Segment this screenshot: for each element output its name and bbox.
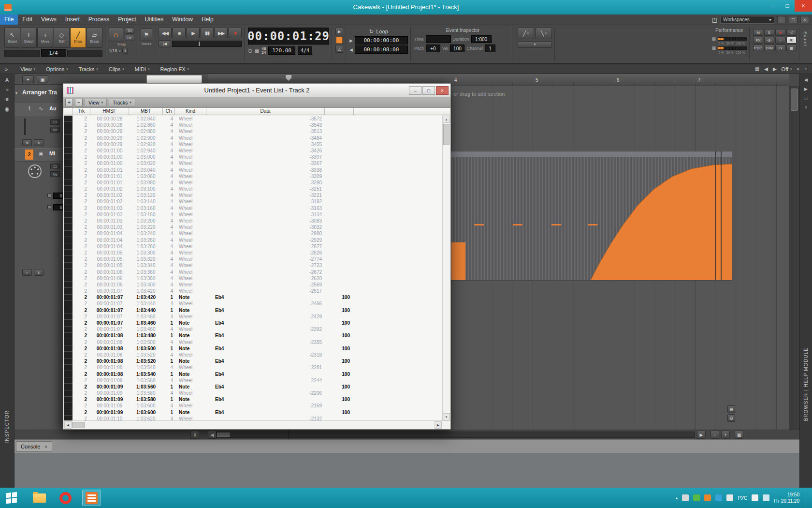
event-row[interactable]: 2 00:00:01:09 1:03:560 4 Wheel -2244 xyxy=(64,377,442,384)
column-header-kind[interactable]: Kind xyxy=(175,108,206,115)
panel-icon[interactable]: □ xyxy=(802,95,810,102)
track-1-name[interactable]: Au xyxy=(49,105,57,111)
menu-icon[interactable]: ≡ xyxy=(804,66,807,72)
close-icon[interactable]: × xyxy=(44,444,47,449)
event-row[interactable]: 2 00:00:01:02 1:03:120 4 Wheel -3221 xyxy=(64,192,442,198)
event-row[interactable]: 2 00:00:01:09 1:03:580 1 Note Eb4 100 xyxy=(64,396,442,403)
automation-value-2[interactable]: 0 xyxy=(53,204,64,210)
lens-dropdown[interactable] xyxy=(146,75,202,83)
record-button[interactable]: ● xyxy=(229,28,242,38)
event-row[interactable]: 2 00:00:01:09 1:03:600 4 Wheel -2169 xyxy=(64,403,442,409)
arranger-caret-icon[interactable]: ▾ xyxy=(15,91,17,95)
snap-toggle-button[interactable]: ∩ xyxy=(109,28,123,42)
tray-icon[interactable] xyxy=(715,494,722,501)
monitor-button[interactable]: ◁ xyxy=(786,29,797,36)
zoom-out-button[interactable]: − xyxy=(710,431,719,439)
event-row[interactable]: 2 00:00:01:00 1:03:000 4 Wheel -3397 xyxy=(64,154,442,160)
transport-position-strip[interactable] xyxy=(172,41,242,47)
marks-button[interactable]: ⚑ xyxy=(141,29,152,41)
show-desktop-button[interactable] xyxy=(804,488,807,508)
waves-icon[interactable]: ≈ xyxy=(3,86,12,93)
menu-item[interactable]: Help xyxy=(197,15,218,25)
stop-button[interactable]: ■ xyxy=(173,28,186,38)
event-row[interactable]: 2 00:00:01:08 1:03:520 4 Wheel -2318 xyxy=(64,352,442,358)
tool-button[interactable]: ◇ Edit xyxy=(54,28,70,48)
scrollbar-thumb[interactable] xyxy=(72,422,85,428)
delete-event-button[interactable]: − xyxy=(75,99,83,106)
menu-item[interactable]: Utilities xyxy=(141,15,168,25)
midi-icon[interactable]: ◉ xyxy=(3,105,12,113)
track-1-clip-badge[interactable]: Cl xyxy=(50,119,60,125)
record-arm-button[interactable]: ● xyxy=(775,29,785,36)
grid-toggle-icon[interactable]: ▦ xyxy=(755,66,759,72)
event-row[interactable]: 2 00:00:01:04 1:03:280 4 Wheel -2877 xyxy=(64,243,442,250)
scroll-up-button[interactable]: ▴ xyxy=(443,116,450,123)
zoom-menu-button[interactable]: ▦ xyxy=(735,431,743,439)
event-row[interactable]: 2 00:00:01:03 1:03:180 4 Wheel -3134 xyxy=(64,211,442,218)
event-row[interactable]: 2 00:00:00:29 1:02:880 4 Wheel -3513 xyxy=(64,128,442,134)
event-row[interactable]: 2 00:00:01:08 1:03:520 1 Note Eb4 100 xyxy=(64,358,442,364)
ei-pitch-field[interactable]: +0 xyxy=(426,45,440,52)
fx-button[interactable]: FX xyxy=(753,37,763,44)
clips-vertical-scrollbar[interactable] xyxy=(789,86,799,430)
event-row[interactable]: 2 00:00:01:08 1:03:540 1 Note Eb4 100 xyxy=(64,371,442,377)
pdc-button[interactable]: PDC xyxy=(753,45,763,51)
event-row[interactable]: 2 00:00:01:07 1:03:460 1 Note Eb4 100 xyxy=(64,320,442,326)
track-2-collapse-button[interactable]: ∧ xyxy=(34,269,44,276)
view-menu-item[interactable]: Region FX ▾ xyxy=(160,66,189,72)
collapse-left-icon[interactable]: ◀ xyxy=(802,76,810,83)
automation-checkbox[interactable] xyxy=(47,194,51,197)
window-maximize-button[interactable]: □ xyxy=(780,0,795,12)
tray-icon[interactable] xyxy=(693,494,700,501)
event-row[interactable]: 2 00:00:00:29 1:02:920 4 Wheel -3455 xyxy=(64,141,442,148)
menu-item[interactable]: Window xyxy=(168,15,197,25)
event-row[interactable]: 2 00:00:01:00 1:02:940 4 Wheel -3426 xyxy=(64,148,442,154)
go-to-start-button[interactable]: |◀ xyxy=(159,40,171,47)
fit-screen-icon[interactable]: ◰ xyxy=(712,16,717,23)
column-header-mbt[interactable]: MBT xyxy=(129,108,163,115)
scroll-right-button[interactable]: ▶ xyxy=(697,431,706,439)
automation-value-1[interactable]: 0 xyxy=(53,193,64,199)
menu-item[interactable]: Process xyxy=(84,15,114,25)
wave-button[interactable]: ≈ xyxy=(775,37,785,44)
event-row[interactable]: 2 00:00:01:02 1:03:140 4 Wheel -3192 xyxy=(64,198,442,205)
pause-button[interactable]: ▮▮ xyxy=(201,28,214,38)
column-header-data[interactable]: Data xyxy=(206,108,325,115)
play-button[interactable]: ▶ xyxy=(187,28,200,38)
loop-end-time[interactable]: 00:00:08:00 xyxy=(355,45,408,54)
menu-item[interactable]: Views xyxy=(37,15,61,25)
event-row[interactable]: 2 00:00:01:08 1:03:500 4 Wheel -2355 xyxy=(64,339,442,345)
event-row[interactable]: 2 00:00:01:06 1:03:360 4 Wheel -2672 xyxy=(64,269,442,275)
view-menu-item[interactable]: MIDI ▾ xyxy=(135,66,150,72)
now-time-display[interactable]: 00:00:01:29 xyxy=(248,28,329,45)
taskbar-file-explorer[interactable] xyxy=(30,490,48,506)
tool-button[interactable]: I Select xyxy=(21,28,37,48)
column-header-trk[interactable]: Trk xyxy=(72,108,90,115)
track-2-name[interactable]: MI xyxy=(49,150,55,156)
tray-icon[interactable] xyxy=(726,494,733,501)
child-restore-button[interactable]: □ xyxy=(789,16,798,23)
tool-button[interactable]: ╱ Draw xyxy=(70,28,86,48)
fit-vertical-button[interactable]: ⇕ xyxy=(190,431,199,439)
event-row[interactable]: 2 00:00:01:09 1:03:600 1 Note Eb4 100 xyxy=(64,409,442,416)
taskbar-cakewalk[interactable] xyxy=(82,490,101,506)
ei-vel-field[interactable]: 100 xyxy=(450,45,464,52)
event-list-horizontal-scrollbar[interactable]: ◀ ▶ xyxy=(64,420,450,429)
track-2-lane-button[interactable]: ≈ xyxy=(22,269,32,276)
speaker-tray-icon[interactable] xyxy=(752,494,758,501)
dialog-maximize-button[interactable]: □ xyxy=(422,86,435,95)
io-button[interactable]: ‹8› xyxy=(764,37,774,44)
fade-out-button[interactable]: ╲ ▾ xyxy=(536,28,552,39)
snap-by-button[interactable]: BY xyxy=(125,35,134,41)
menu-item[interactable]: Project xyxy=(114,15,140,25)
a-tool-icon[interactable]: A xyxy=(3,76,12,84)
snap-to-button[interactable]: TO xyxy=(125,28,134,34)
metronome-button[interactable]: △ xyxy=(335,45,343,53)
track-1-volume-slider[interactable] xyxy=(24,119,26,135)
event-row[interactable]: 2 00:00:01:03 1:03:200 4 Wheel -3083 xyxy=(64,218,442,224)
nudge-right-icon[interactable]: ▶ xyxy=(773,66,777,72)
event-row[interactable]: 2 00:00:01:01 1:03:040 4 Wheel -3338 xyxy=(64,167,442,173)
scrollbar-thumb[interactable] xyxy=(443,124,450,145)
start-button[interactable] xyxy=(0,488,23,508)
event-row[interactable]: 2 00:00:01:01 1:03:080 4 Wheel -3280 xyxy=(64,179,442,186)
